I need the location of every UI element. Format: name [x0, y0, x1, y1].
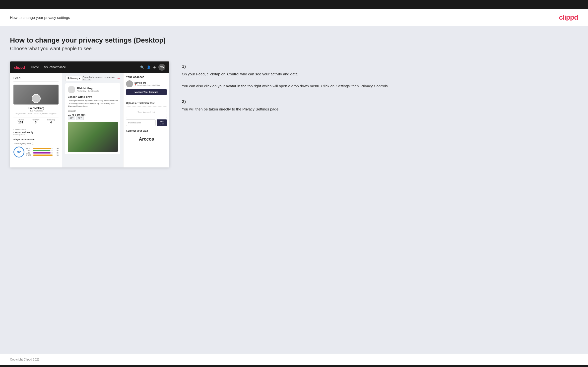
step1-number: 1) — [182, 64, 578, 69]
latest-activity-date: 03 Aug 2022 — [13, 134, 59, 136]
profile-stats: Activities 131 Followers 3 Following 4 — [13, 117, 59, 126]
profile-handicap: Plus Handicap — [13, 109, 59, 112]
performance-bars: OTT 90 APP 85 ARG — [26, 148, 59, 157]
stat-following: Following 4 — [47, 119, 55, 124]
bar-app: APP 85 — [26, 150, 59, 152]
bottom-bar — [0, 365, 588, 367]
profile-name: Blair McHarg — [13, 106, 59, 109]
instruction-step2: 2) You will then be taken directly to th… — [182, 99, 578, 112]
user-icon[interactable]: 👤 — [147, 65, 151, 69]
coaches-section: Your Coaches David Ford 📍 Royal North De… — [126, 75, 167, 98]
copyright-text: Copyright Clippd 2022 — [10, 358, 40, 361]
coach-name: David Ford — [134, 82, 160, 84]
add-link-button[interactable]: Add Link — [157, 119, 167, 126]
clippd-logo: clippd — [559, 13, 578, 21]
post-author-name: Blair McHarg — [77, 87, 99, 90]
arrow-right-icon: → — [117, 76, 120, 80]
header-title: How to change your privacy settings — [10, 15, 70, 20]
arccos-logo: Arccos — [126, 134, 167, 144]
info-icon: ⓘ — [32, 143, 34, 145]
post-author-meta: Yesterday · Sunningdale — [77, 90, 99, 92]
post-duration-value: 01 hr : 30 min — [68, 113, 118, 116]
app-nav-icons: 🔍 👤 ⊕ BM▾ — [140, 64, 165, 71]
page-subheading: Choose what you want people to see — [10, 46, 578, 52]
avatar-icon[interactable]: BM▾ — [158, 64, 165, 71]
stat-activities: Activities 131 — [17, 119, 24, 124]
post-author-row: Blair McHarg Yesterday · Sunningdale — [68, 86, 118, 93]
trackman-link-input[interactable] — [126, 119, 156, 126]
post-author-info: Blair McHarg Yesterday · Sunningdale — [77, 87, 99, 92]
trackman-title: Upload a Trackman Test — [126, 102, 167, 105]
nav-item-my-performance[interactable]: My Performance — [44, 65, 66, 69]
header: How to change your privacy settings clip… — [0, 9, 588, 26]
connect-title: Connect your data — [126, 129, 167, 132]
post-author-avatar — [68, 86, 75, 93]
tag-app: APP — [76, 116, 84, 120]
post-image — [68, 122, 118, 152]
app-logo: clippd — [14, 65, 25, 69]
search-icon[interactable]: 🔍 — [140, 65, 144, 69]
post-duration-label: Duration — [68, 110, 118, 112]
instruction-step1: 1) On your Feed, click/tap on 'Control w… — [182, 64, 578, 89]
post-body: Looking to feel like my hands are exitin… — [68, 99, 118, 108]
instructions-panel: 1) On your Feed, click/tap on 'Control w… — [182, 61, 578, 122]
bar-putt: PUTT 96 — [26, 154, 59, 156]
latest-activity-label: Latest Activity — [13, 128, 59, 131]
app-nav-bar: clippd Home My Performance 🔍 👤 ⊕ BM▾ — [10, 61, 169, 73]
control-privacy-link[interactable]: Control who can see your activity and da… — [82, 76, 116, 81]
manage-coaches-button[interactable]: Manage Your Coaches — [126, 89, 167, 95]
player-score-circle: 92 — [13, 147, 24, 157]
coach-info: David Ford 📍 Royal North Devon Golf Club — [134, 82, 160, 86]
app-sidebar: Feed Blair McHarg Plus Handicap Royal No… — [10, 73, 62, 167]
app-feed-area: Following ▾ Control who can see your act… — [62, 73, 123, 167]
chevron-down-icon: ▾ — [79, 77, 80, 80]
bar-ott: OTT 90 — [26, 148, 59, 149]
post-tags: OTT APP — [68, 116, 118, 120]
connect-section: Connect your data Arccos — [126, 129, 167, 144]
player-performance-body: 92 OTT 90 APP 85 — [13, 147, 59, 157]
coach-club: 📍 Royal North Devon Golf Club — [134, 84, 160, 86]
app-body: Feed Blair McHarg Plus Handicap Royal No… — [10, 73, 169, 167]
post-title: Lesson with Fordy — [68, 95, 118, 98]
player-performance-section: Player Performance Total Player Quality … — [13, 138, 59, 157]
app-mockup: clippd Home My Performance 🔍 👤 ⊕ BM▾ Fee… — [10, 61, 169, 167]
app-nav-items: Home My Performance — [31, 65, 140, 69]
profile-avatar — [32, 94, 41, 103]
following-button[interactable]: Following ▾ — [65, 76, 82, 81]
trackman-input-row: Add Link — [126, 119, 167, 126]
coach-item: David Ford 📍 Royal North Devon Golf Club — [126, 80, 167, 87]
feed-tab[interactable]: Feed — [13, 76, 59, 82]
footer: Copyright Clippd 2022 — [0, 354, 588, 365]
annotation-v-line — [123, 73, 123, 167]
app-right-panel: Your Coaches David Ford 📍 Royal North De… — [123, 73, 169, 167]
nav-item-home[interactable]: Home — [31, 65, 39, 69]
player-quality-label: Total Player Quality ⓘ — [13, 142, 59, 145]
location-icon: 📍 — [134, 84, 137, 86]
step1-text: On your Feed, click/tap on 'Control who … — [182, 71, 578, 89]
bar-arg: ARG 86 — [26, 152, 59, 154]
latest-activity-name: Lesson with Fordy — [13, 131, 59, 134]
coaches-title: Your Coaches — [126, 75, 167, 78]
trackman-section: Upload a Trackman Test Trackman Link Add… — [126, 102, 167, 126]
step2-number: 2) — [182, 99, 578, 104]
profile-header-image — [13, 85, 59, 105]
page-heading: How to change your privacy settings (Des… — [10, 36, 578, 44]
plus-circle-icon[interactable]: ⊕ — [153, 65, 156, 69]
stat-followers: Followers 3 — [32, 119, 40, 124]
feed-header: Following ▾ Control who can see your act… — [65, 76, 120, 81]
feed-post: Blair McHarg Yesterday · Sunningdale Les… — [65, 83, 120, 154]
tag-ott: OTT — [68, 116, 75, 120]
step2-text: You will then be taken directly to the P… — [182, 106, 578, 112]
content-layout: clippd Home My Performance 🔍 👤 ⊕ BM▾ Fee… — [10, 61, 578, 167]
player-performance-label: Player Performance — [13, 138, 59, 141]
coach-avatar — [126, 80, 133, 87]
main-content: How to change your privacy settings (Des… — [0, 26, 588, 354]
trackman-placeholder: Trackman Link — [126, 106, 167, 118]
profile-club: Royal North Devon Golf Club, United King… — [13, 112, 59, 115]
top-bar — [0, 0, 588, 9]
